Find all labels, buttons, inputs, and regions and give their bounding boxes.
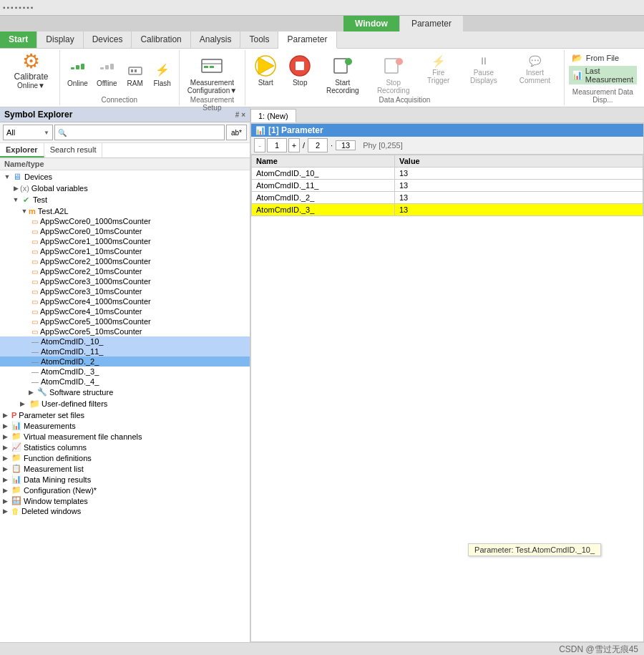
tree-item-windowtemplates[interactable]: ▶ 🪟 Window templates [0, 495, 250, 506]
tab-search-result[interactable]: Search result [44, 143, 103, 157]
datamining-label: Data Mining results [24, 475, 91, 484]
stop-button[interactable]: Stop [284, 52, 316, 88]
tree-item-devices[interactable]: ▼ 🖥 Devices [0, 170, 250, 183]
tree-item-atomcmdid10[interactable]: — AtomCmdID._10_ [0, 336, 250, 346]
tab-explorer[interactable]: Explorer [0, 143, 44, 157]
list-item[interactable]: ▭ AppSwcCore1_1000msCounter [0, 236, 250, 246]
list-item[interactable]: ▭ AppSwcCore3_10msCounter [0, 286, 250, 296]
list-item[interactable]: ▭ AppSwcCore4_10msCounter [0, 306, 250, 316]
confignew-toggle[interactable]: ▶ [3, 487, 11, 494]
statcol-icon: 📈 [11, 442, 21, 452]
paramset-toggle[interactable]: ▶ [3, 412, 11, 419]
tab-display[interactable]: Display [37, 31, 83, 48]
param-label-6: AppSwcCore3_1000msCounter [40, 277, 151, 286]
param-icon-8: ▭ [31, 298, 38, 306]
offline-button[interactable]: Offline [94, 59, 120, 89]
search-input[interactable] [68, 128, 221, 137]
tree-item-datamining[interactable]: ▶ 📊 Data Mining results [0, 474, 250, 485]
measurement-config-button[interactable]: MeasurementConfiguration▼ [184, 52, 241, 96]
parameter-window: 📊 [1] Parameter - + / · 13 Phy [0,255] [250, 123, 644, 642]
struct-toggle[interactable]: ▶ [29, 389, 37, 396]
tree-item-atomcmdid2[interactable]: — AtomCmdID._2_ [0, 356, 250, 367]
pin-close-icons[interactable]: # × [235, 111, 245, 119]
tree-item-atomcmdid3[interactable]: — AtomCmdID._3_ [0, 367, 250, 377]
param-table: Name Value AtomCmdID._10_ 13 AtomCmdID._… [251, 155, 643, 216]
tab-tools[interactable]: Tools [240, 31, 278, 48]
tab-parameter[interactable]: Parameter [278, 31, 336, 49]
list-item[interactable]: ▭ AppSwcCore0_10msCounter [0, 226, 250, 236]
tab-analysis[interactable]: Analysis [191, 31, 241, 48]
list-item[interactable]: ▭ AppSwcCore2_1000msCounter [0, 256, 250, 266]
devices-toggle[interactable]: ▼ [3, 173, 11, 181]
pause-displays-button[interactable]: ⏸ Pause Displays [460, 52, 508, 86]
online-button[interactable]: Online [64, 59, 91, 89]
wintmpl-toggle[interactable]: ▶ [3, 498, 11, 505]
tree-item-funcdefs[interactable]: ▶ 📁 Function definitions [0, 452, 250, 463]
tree-item-softwarestructure[interactable]: ▶ 🔧 Software structure [0, 387, 250, 397]
fire-trigger-button[interactable]: ⚡ Fire Trigger [420, 52, 457, 86]
table-row-highlight[interactable]: AtomCmdID._3_ 13 [252, 204, 643, 216]
measurement-config-label: MeasurementConfiguration▼ [187, 79, 237, 94]
globalvars-toggle[interactable]: ▶ [11, 184, 20, 193]
testa2l-toggle[interactable]: ▼ [20, 207, 29, 215]
param-icon-10: ▭ [31, 318, 38, 326]
list-item[interactable]: ▭ AppSwcCore4_1000msCounter [0, 296, 250, 306]
table-row[interactable]: AtomCmdID._10_ 13 [252, 168, 643, 180]
tree-item-atomcmdid4[interactable]: — AtomCmdID._4_ [0, 377, 250, 387]
list-item[interactable]: ▭ AppSwcCore2_10msCounter [0, 266, 250, 276]
list-item[interactable]: ▭ AppSwcCore1_10msCounter [0, 246, 250, 256]
doc-tab-1[interactable]: 1: (New) [250, 109, 296, 122]
calibrate-online-icon: ⚙ [22, 52, 40, 72]
tree-item-globalvars[interactable]: ▶ (x) Global variables [0, 183, 250, 193]
table-row[interactable]: AtomCmdID._11_ 13 [252, 180, 643, 192]
from-file-button[interactable]: 📂 From File [569, 52, 637, 64]
param-nav-num: 13 [336, 140, 356, 150]
tree-item-measurementlist[interactable]: ▶ 📋 Measurement list [0, 463, 250, 474]
table-row[interactable]: AtomCmdID._2_ 13 [252, 192, 643, 204]
test-toggle[interactable]: ▼ [11, 195, 20, 204]
measurements-toggle[interactable]: ▶ [3, 422, 11, 430]
start-recording-button[interactable]: Start Recording [318, 52, 366, 96]
tab-calibration[interactable]: Calibration [132, 31, 190, 48]
tree-item-testa2l[interactable]: ▼ m Test.A2L [0, 206, 250, 216]
tab-start[interactable]: Start [0, 31, 37, 48]
tree-item-test[interactable]: ▼ ✔ Test [0, 193, 250, 206]
devices-icon: 🖥 [11, 171, 23, 183]
statcol-toggle[interactable]: ▶ [3, 444, 11, 451]
start-button[interactable]: Start [250, 52, 281, 88]
row3-value: 13 [395, 192, 643, 204]
funcdefs-toggle[interactable]: ▶ [3, 455, 11, 462]
list-item[interactable]: ▭ AppSwcCore5_1000msCounter [0, 316, 250, 326]
ram-button[interactable]: RAM [123, 59, 147, 89]
stop-recording-button[interactable]: Stop Recording [369, 52, 417, 96]
tree-item-deletedwindows[interactable]: ▶ 🗑 Deleted windows [0, 506, 250, 516]
datamining-toggle[interactable]: ▶ [3, 476, 11, 483]
list-item[interactable]: ▭ AppSwcCore5_10msCounter [0, 326, 250, 336]
tree-item-confignew[interactable]: ▶ 📁 Configuration (New)* [0, 485, 250, 495]
tree-item-statcolumns[interactable]: ▶ 📈 Statistics columns [0, 442, 250, 452]
list-item[interactable]: ▭ AppSwcCore0_1000msCounter [0, 216, 250, 226]
virtual-toggle[interactable]: ▶ [3, 433, 11, 440]
parameter-tab[interactable]: Parameter [399, 16, 463, 31]
param-nav-plus[interactable]: + [288, 138, 300, 152]
mlist-toggle[interactable]: ▶ [3, 465, 11, 472]
flash-button[interactable]: ⚡ Flash [150, 59, 175, 89]
tree-item-userdefinedfilters[interactable]: ▶ 📁 User-defined filters [0, 397, 250, 410]
tab-devices[interactable]: Devices [84, 31, 132, 48]
tree-item-virtual[interactable]: ▶ 📁 Virtual measurement file channels [0, 431, 250, 442]
tree-item-paramsetfiles[interactable]: ▶ P Parameter set files [0, 410, 250, 420]
insert-comment-button[interactable]: 💬 Insert Comment [510, 52, 560, 86]
tree-item-atomcmdid11[interactable]: — AtomCmdID._11_ [0, 346, 250, 356]
del-toggle[interactable]: ▶ [3, 508, 11, 515]
window-tab[interactable]: Window [343, 16, 399, 31]
tree-item-measurements[interactable]: ▶ 📊 Measurements [0, 420, 250, 431]
all-dropdown[interactable]: All ▼ [3, 125, 53, 140]
param-nav-total[interactable] [308, 138, 328, 152]
last-measurement-button[interactable]: 📊 Last Measurement [569, 66, 637, 84]
userdefined-toggle[interactable]: ▶ [20, 400, 29, 407]
svg-rect-16 [296, 62, 304, 70]
filter-button[interactable]: ab* [226, 125, 247, 140]
param-nav-current[interactable] [267, 138, 287, 152]
funcdefs-icon: 📁 [11, 453, 21, 462]
list-item[interactable]: ▭ AppSwcCore3_1000msCounter [0, 276, 250, 286]
